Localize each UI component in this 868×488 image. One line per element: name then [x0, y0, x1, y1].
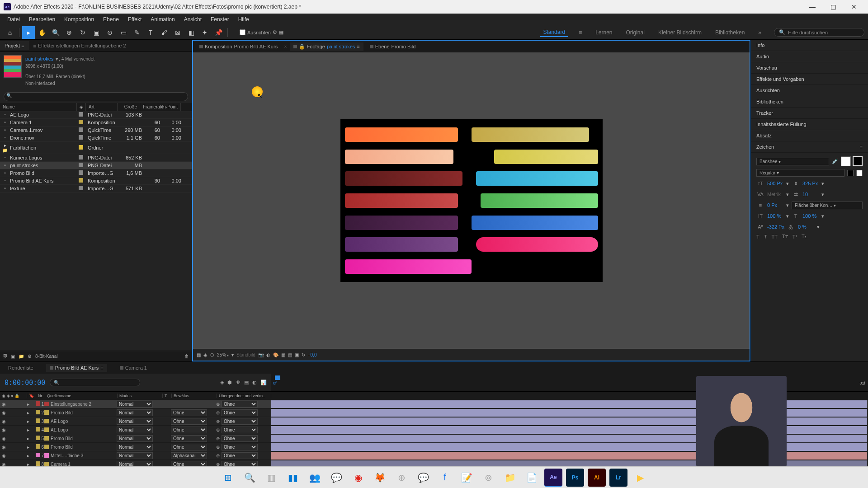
- panel-inhalt[interactable]: Inhaltsbasierte Füllung: [751, 119, 868, 130]
- stroke-width-value[interactable]: 0 Px: [767, 202, 783, 208]
- text-tool[interactable]: T: [144, 26, 157, 39]
- composition-viewer[interactable]: ↖: [193, 52, 750, 349]
- firefox-icon[interactable]: 🦊: [371, 469, 389, 487]
- time-value[interactable]: +0,0: [308, 352, 317, 357]
- menu-ebene[interactable]: Ebene: [99, 14, 123, 24]
- color-mgmt-icon[interactable]: 🎨: [273, 352, 278, 357]
- menu-animation[interactable]: Animation: [146, 14, 179, 24]
- selection-tool[interactable]: ▸: [22, 26, 35, 39]
- stroke-swatch[interactable]: [853, 156, 863, 166]
- col-t[interactable]: T: [163, 394, 172, 398]
- timeline-search-input[interactable]: [50, 379, 140, 386]
- fill-swatch[interactable]: [841, 156, 851, 166]
- project-item[interactable]: ▫Drone.movQuickTime1,1 GB600:00:: [0, 134, 192, 142]
- draft3d-icon[interactable]: ⬢: [227, 380, 232, 385]
- project-item[interactable]: ▫Kamera LogosPNG-Datei652 KB: [0, 154, 192, 162]
- workspace-original[interactable]: Original: [623, 28, 647, 37]
- frame-blend-icon[interactable]: ▤: [244, 380, 249, 385]
- workspace-overflow-icon[interactable]: ≡: [576, 28, 585, 37]
- workspace-standard[interactable]: Standard: [540, 28, 568, 37]
- panel-menu-icon[interactable]: ≡: [860, 144, 863, 150]
- guides-icon[interactable]: ▤: [288, 352, 292, 357]
- new-folder-icon[interactable]: 📁: [19, 354, 24, 359]
- workspace-more-icon[interactable]: »: [755, 28, 764, 37]
- faux-bold-icon[interactable]: T: [756, 234, 760, 239]
- menu-datei[interactable]: Datei: [3, 14, 24, 24]
- panel-absatz[interactable]: Absatz: [751, 130, 868, 141]
- help-search[interactable]: 🔍 Hilfe durchsuchen: [774, 28, 864, 37]
- facebook-icon[interactable]: f: [436, 469, 454, 487]
- tab-timeline-camera[interactable]: Camera 1: [116, 364, 151, 372]
- interpret-footage-icon[interactable]: 🗐: [3, 354, 7, 359]
- comp-mini-flowchart-icon[interactable]: ◈: [220, 380, 224, 385]
- shy-icon[interactable]: 👁: [236, 380, 241, 385]
- tab-komposition[interactable]: Komposition Promo Bild AE Kurs: [196, 42, 281, 51]
- notes-icon[interactable]: 📝: [458, 469, 476, 487]
- leading-value[interactable]: 325 Px: [802, 181, 819, 186]
- snap-grid-icon[interactable]: ▦: [279, 29, 283, 35]
- menu-fenster[interactable]: Fenster: [206, 14, 234, 24]
- puppet-tool[interactable]: 📌: [212, 26, 225, 39]
- whatsapp-icon[interactable]: 💬: [327, 469, 345, 487]
- close-button[interactable]: ✕: [844, 0, 864, 14]
- timecode[interactable]: 0:00:00:00: [5, 379, 45, 387]
- roto-tool[interactable]: ✦: [198, 26, 211, 39]
- workspace-kleiner[interactable]: Kleiner Bildschirm: [656, 28, 704, 37]
- kerning-value[interactable]: Metrik: [767, 192, 783, 197]
- home-tool[interactable]: ⌂: [4, 26, 16, 39]
- orbit-tool[interactable]: ⊕: [63, 26, 75, 39]
- faux-italic-icon[interactable]: T: [764, 234, 767, 239]
- tracking-value[interactable]: 10: [802, 192, 819, 197]
- col-fps[interactable]: Framerate: [140, 103, 158, 111]
- font-style-select[interactable]: Regular ▾: [756, 169, 844, 177]
- tab-footage[interactable]: 🔒 Footage paint strokes ≡: [290, 42, 363, 51]
- col-inpoint[interactable]: In-Point: [158, 103, 181, 111]
- menu-hilfe[interactable]: Hilfe: [234, 14, 254, 24]
- after-effects-taskbar-icon[interactable]: Ae: [544, 469, 562, 487]
- camera-tool[interactable]: ▣: [90, 26, 103, 39]
- trash-icon[interactable]: 🗑: [184, 354, 189, 359]
- graph-editor-icon[interactable]: 📊: [260, 380, 267, 385]
- menu-komposition[interactable]: Komposition: [60, 14, 99, 24]
- superscript-icon[interactable]: T¹: [793, 234, 797, 239]
- snapshot-icon[interactable]: 📷: [258, 352, 264, 357]
- font-family-select[interactable]: Banshee ▾: [756, 158, 829, 165]
- col-modus[interactable]: Modus: [118, 394, 163, 398]
- resolution-dropdown[interactable]: ▾: [231, 352, 234, 357]
- panel-info[interactable]: Info: [751, 40, 868, 51]
- col-label[interactable]: ◈: [77, 103, 86, 111]
- explorer-icon[interactable]: ▮▮: [284, 469, 302, 487]
- smallcaps-icon[interactable]: Tᴛ: [782, 234, 788, 239]
- messenger-icon[interactable]: 💬: [414, 469, 432, 487]
- workspace-lernen[interactable]: Lernen: [593, 28, 615, 37]
- subscript-icon[interactable]: T₁: [802, 234, 807, 239]
- default-colors-icon[interactable]: [856, 170, 863, 176]
- baseline-value[interactable]: -322 Px: [767, 224, 784, 230]
- show-channel-icon[interactable]: ◐: [266, 352, 270, 357]
- col-art[interactable]: Art: [86, 103, 118, 111]
- col-size[interactable]: Größe: [118, 103, 140, 111]
- refresh-icon[interactable]: ↻: [302, 352, 305, 357]
- item-name[interactable]: paint strokes: [25, 56, 53, 61]
- tsume-value[interactable]: 0 %: [798, 224, 814, 230]
- zoom-tool[interactable]: 🔍: [49, 26, 62, 39]
- pan-behind-tool[interactable]: ⊙: [104, 26, 116, 39]
- tab-timeline-comp[interactable]: Promo Bild AE Kurs ≡: [46, 364, 107, 372]
- shape-tool[interactable]: ▭: [117, 26, 130, 39]
- illustrator-icon[interactable]: Ai: [588, 469, 606, 487]
- project-item[interactable]: ▸ 📁FarbflächenOrdner: [0, 142, 192, 154]
- project-item[interactable]: ▫Promo Bild AE KursKomposition300:00:: [0, 177, 192, 185]
- folder-icon[interactable]: 📁: [501, 469, 519, 487]
- project-item[interactable]: ▫Camera 1Komposition600:00:: [0, 119, 192, 127]
- motion-blur-icon[interactable]: ◐: [252, 380, 257, 385]
- snap-checkbox[interactable]: [240, 29, 245, 35]
- bit-depth[interactable]: 8-Bit-Kanal: [35, 354, 57, 359]
- app-icon-generic[interactable]: ⊕: [392, 469, 410, 487]
- project-search-input[interactable]: [4, 92, 188, 101]
- brush-tool[interactable]: 🖌: [158, 26, 170, 39]
- vscale-value[interactable]: 100 %: [767, 213, 783, 219]
- project-item[interactable]: ▫textureImporte…G571 KB: [0, 185, 192, 192]
- eraser-tool[interactable]: ◧: [185, 26, 198, 39]
- app-icon-yellow[interactable]: ▶: [631, 469, 649, 487]
- menu-effekt[interactable]: Effekt: [123, 14, 146, 24]
